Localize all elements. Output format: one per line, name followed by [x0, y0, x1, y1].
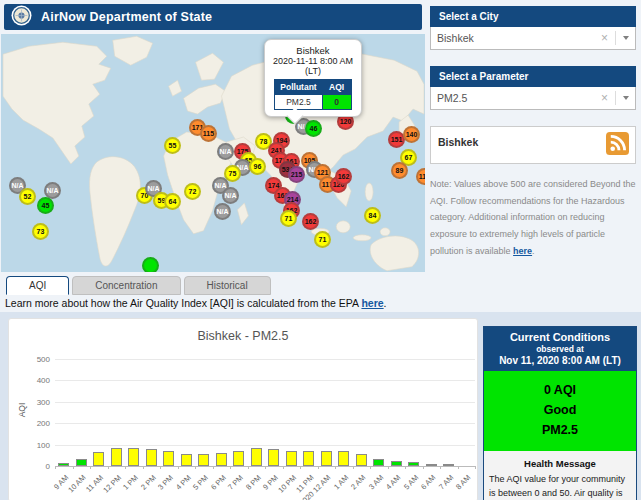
chart-bar[interactable] — [76, 459, 87, 466]
y-tick-label: 200 — [37, 419, 50, 428]
chart-bar[interactable] — [128, 448, 139, 466]
map-marker[interactable]: 162 — [335, 168, 352, 185]
x-tick-label: 3 AM — [367, 473, 385, 491]
chart-bar[interactable] — [391, 461, 402, 466]
map-marker[interactable]: 52 — [19, 188, 36, 205]
map-marker[interactable]: 96 — [249, 158, 266, 175]
current-aqi-box: 0 AQI Good PM2.5 — [484, 371, 636, 451]
map-marker[interactable]: 215 — [288, 166, 305, 183]
x-tick — [423, 466, 424, 469]
map-marker[interactable]: 115 — [200, 125, 217, 142]
popup-pollutant-value: PM2.5 — [275, 95, 322, 110]
map-marker[interactable]: 89 — [391, 162, 408, 179]
x-tick-label: 2 PM — [139, 473, 158, 492]
x-tick — [160, 466, 161, 469]
gridline — [55, 445, 475, 446]
map-marker[interactable]: 64 — [164, 193, 181, 210]
chart-bar[interactable] — [268, 449, 279, 466]
x-tick — [335, 466, 336, 469]
map-marker[interactable]: 45 — [37, 197, 54, 214]
map-marker[interactable]: 55 — [164, 137, 181, 154]
learn-more-line: Learn more about how the Air Quality Ind… — [5, 297, 387, 309]
tab-concentration[interactable]: Concentration — [72, 276, 180, 295]
gridline — [55, 402, 475, 403]
y-tick-label: 500 — [37, 355, 50, 364]
observed-datetime: Nov 11, 2020 8:00 AM (LT) — [486, 355, 634, 366]
world-map[interactable]: N/A52N/A45735517111570N/A596472N/A17565N… — [1, 34, 425, 272]
popup-timezone: (LT) — [268, 66, 358, 76]
epa-here-link[interactable]: here — [361, 297, 383, 309]
aqi-note: Note: Values above 500 are considered Be… — [430, 176, 636, 259]
x-tick-label: 3 PM — [156, 473, 175, 492]
x-tick — [108, 466, 109, 469]
map-marker[interactable]: 72 — [184, 183, 201, 200]
x-tick-label: 7 AM — [437, 473, 455, 491]
rss-icon[interactable] — [606, 132, 629, 159]
chart-bar[interactable] — [233, 451, 244, 466]
tab-historical[interactable]: Historical — [184, 276, 271, 295]
x-tick — [458, 466, 459, 469]
clear-parameter-icon[interactable]: × — [601, 91, 616, 105]
x-tick — [353, 466, 354, 469]
map-marker[interactable]: 73 — [32, 223, 49, 240]
chart-bar[interactable] — [286, 451, 297, 466]
map-marker[interactable]: 162 — [302, 213, 319, 230]
chevron-down-icon[interactable] — [623, 36, 629, 40]
clear-city-icon[interactable]: × — [601, 31, 616, 45]
chart-bar[interactable] — [356, 454, 367, 466]
chart-bar[interactable] — [408, 462, 419, 466]
chart-bar[interactable] — [146, 449, 157, 466]
note-here-link[interactable]: here — [513, 246, 532, 256]
x-tick-label: 1 AM — [332, 473, 350, 491]
y-tick-label: 100 — [37, 440, 50, 449]
x-tick — [440, 466, 441, 469]
chart-bar[interactable] — [338, 451, 349, 466]
chart-bar[interactable] — [426, 464, 437, 466]
chart-bar[interactable] — [443, 464, 454, 466]
x-tick — [265, 466, 266, 469]
chart-bar[interactable] — [373, 459, 384, 466]
map-marker[interactable]: 140 — [403, 126, 420, 143]
chart-bar[interactable] — [251, 448, 262, 466]
sidebar: Select a City Bishkek × Select a Paramet… — [430, 6, 636, 259]
chart-bar[interactable] — [163, 451, 174, 466]
map-marker[interactable]: 71 — [314, 231, 331, 248]
x-tick-label: 2 AM — [349, 473, 367, 491]
map-marker[interactable]: N/A — [217, 143, 234, 160]
gridline — [55, 423, 475, 424]
popup-table: Pollutant AQI PM2.5 0 — [274, 79, 351, 110]
x-tick-label: 12 PM — [101, 473, 123, 495]
chart-bar[interactable] — [303, 451, 314, 466]
feed-city-label: Bishkek — [438, 136, 478, 148]
note-suffix: . — [532, 246, 535, 256]
chart-bar[interactable] — [58, 463, 69, 466]
map-marker[interactable]: N/A — [222, 187, 239, 204]
chart-bar[interactable] — [181, 454, 192, 466]
current-conditions-panel: Current Conditions observed at Nov 11, 2… — [483, 326, 637, 500]
map-marker[interactable]: 46 — [305, 120, 322, 137]
current-conditions-header: Current Conditions observed at Nov 11, 2… — [484, 327, 636, 371]
parameter-select[interactable]: PM2.5 × — [430, 87, 636, 110]
chevron-down-icon[interactable] — [623, 96, 629, 100]
current-aqi-category: Good — [484, 400, 636, 420]
chart-bar[interactable] — [93, 452, 104, 466]
chart-bar[interactable] — [111, 448, 122, 466]
x-tick-label: 6 PM — [209, 473, 228, 492]
chart-title: Bishkek - PM2.5 — [9, 329, 477, 343]
x-tick-label: 4 AM — [384, 473, 402, 491]
chart-bar[interactable] — [216, 453, 227, 466]
tab-aqi[interactable]: AQI — [6, 276, 69, 295]
city-select-value: Bishkek — [437, 32, 474, 44]
chart-bar[interactable] — [321, 451, 332, 466]
x-tick-label: 5 AM — [402, 473, 420, 491]
city-select[interactable]: Bishkek × — [430, 27, 636, 50]
map-marker[interactable]: 71 — [280, 210, 297, 227]
map-marker[interactable] — [142, 257, 159, 272]
map-marker[interactable]: N/A — [214, 203, 231, 220]
parameter-select-value: PM2.5 — [437, 92, 467, 104]
chart-bar[interactable] — [198, 454, 209, 466]
current-aqi-value: 0 AQI — [484, 380, 636, 400]
map-marker[interactable]: 84 — [364, 207, 381, 224]
gridline — [55, 359, 475, 360]
map-popup: Bishkek 2020-11-11 8:00 AM (LT) Pollutan… — [264, 39, 362, 117]
